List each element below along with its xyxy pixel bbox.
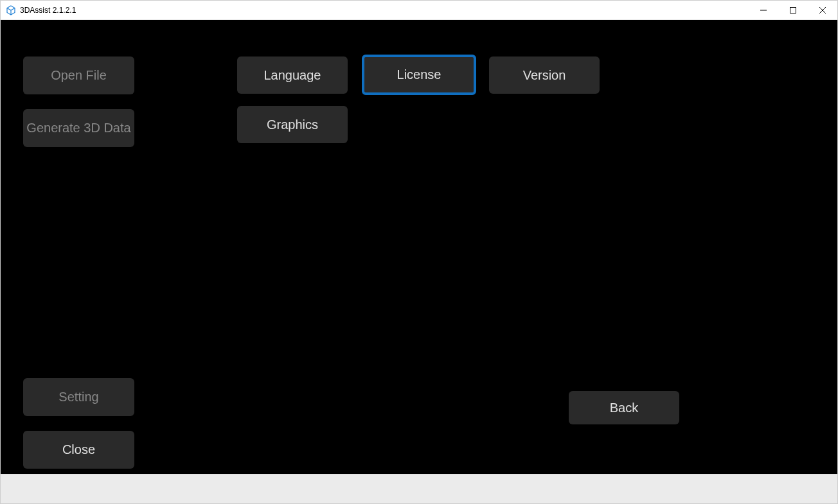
app-icon	[6, 5, 16, 15]
svg-rect-1	[790, 7, 796, 13]
bottom-statusbar	[1, 474, 837, 503]
license-button[interactable]: License	[362, 55, 476, 95]
titlebar-left: 3DAssist 2.1.2.1	[6, 5, 76, 15]
version-button[interactable]: Version	[489, 56, 600, 94]
window-close-button[interactable]	[808, 1, 837, 20]
graphics-button[interactable]: Graphics	[237, 106, 348, 143]
app-title: 3DAssist 2.1.2.1	[20, 6, 76, 15]
open-file-button[interactable]: Open File	[23, 56, 134, 94]
window-controls	[749, 1, 837, 20]
minimize-button[interactable]	[749, 1, 778, 20]
app-body: Open File Generate 3D Data Setting Close…	[1, 20, 837, 474]
setting-button[interactable]: Setting	[23, 378, 134, 416]
maximize-button[interactable]	[778, 1, 808, 20]
close-button[interactable]: Close	[23, 431, 134, 469]
window-frame: 3DAssist 2.1.2.1 Open File Generate 3D D…	[0, 0, 838, 504]
language-button[interactable]: Language	[237, 56, 348, 94]
titlebar: 3DAssist 2.1.2.1	[1, 1, 837, 20]
generate-3d-data-button[interactable]: Generate 3D Data	[23, 109, 134, 147]
back-button[interactable]: Back	[569, 391, 679, 424]
